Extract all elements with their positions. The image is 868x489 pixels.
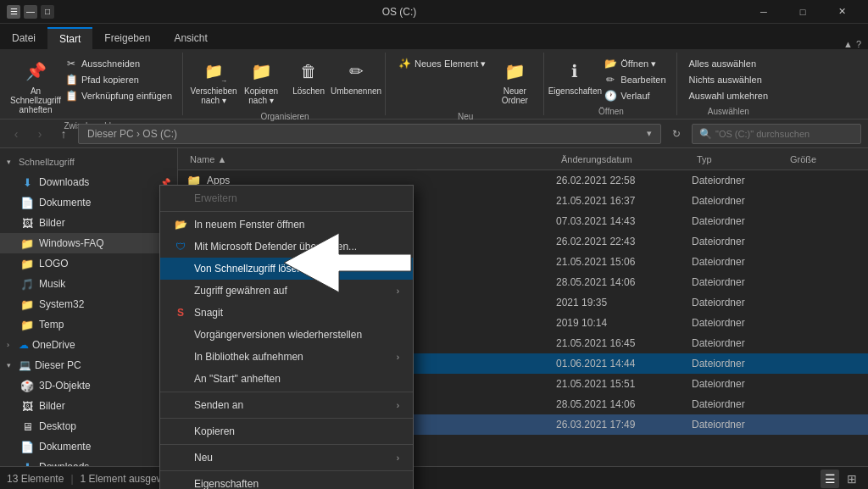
maximize-button[interactable]: □ (783, 0, 822, 24)
up-button[interactable]: ↑ (54, 125, 73, 143)
sidebar-dokumente2-label: Dokumente (39, 441, 91, 453)
organisieren-label: Organisieren (260, 108, 309, 121)
file-date-windowsfaq: 01.06.2021 14:44 (556, 358, 692, 370)
copy-to-button[interactable]: 📁 Kopieren nach ▾ (239, 54, 283, 108)
ctx-item-zugriff[interactable]: Zugriff gewähren auf › (160, 280, 413, 302)
sidebar-temp-label: Temp (39, 319, 64, 331)
sidebar-item-temp[interactable]: 📁 Temp (0, 314, 177, 335)
file-type-intel: Dateiordner (692, 236, 785, 247)
sidebar-item-downloads[interactable]: ⬇ Downloads 📌 (0, 172, 177, 192)
properties-button[interactable]: ℹ Eigenschaften (553, 54, 597, 103)
copy-to-icon: 📁 (248, 58, 275, 85)
tab-ansicht[interactable]: Ansicht (162, 27, 219, 49)
open-dropdown-button[interactable]: 📂 Öffnen ▾ (600, 56, 669, 71)
clipboard-sm-buttons: ✂ Ausschneiden 📋 Pfad kopieren 📋 Verknüp… (61, 54, 175, 103)
sidebar-item-dokumente2[interactable]: 📄 Dokumente (0, 436, 177, 457)
ctx-item-defender[interactable]: 🛡 Mit Microsoft Defender überprüfen... (160, 236, 413, 258)
refresh-button[interactable]: ↻ (666, 124, 687, 144)
ctx-item-snagit[interactable]: S Snagit (160, 302, 413, 324)
ribbon-collapse-btn[interactable]: ▲ (843, 39, 853, 49)
sidebar-item-dokumente[interactable]: 📄 Dokumente 📌 (0, 192, 177, 213)
ctx-separator-4 (160, 444, 413, 445)
edit-button[interactable]: ✏ Bearbeiten (600, 72, 669, 87)
ctx-separator-2 (160, 392, 413, 392)
pin-to-quickaccess-button[interactable]: 📌 An Schnellzugriff anheften (14, 54, 58, 118)
neu-label: Neu (458, 108, 473, 121)
file-date-windows: 21.05.2021 16:45 (556, 337, 692, 349)
sidebar-musik-label: Musik (39, 278, 65, 290)
copy-path-button[interactable]: 📋 Pfad kopieren (61, 72, 175, 87)
ctx-item-vorgaenger[interactable]: Vorgängerversionen wiederherstellen (160, 324, 413, 346)
bilder2-icon: 🖼 (20, 399, 34, 413)
ctx-item-eigenschaften[interactable]: Eigenschaften (160, 473, 413, 489)
neu-sm-buttons: ✨ Neues Element ▾ (394, 54, 489, 71)
select-all-button[interactable]: Alles auswählen (686, 56, 772, 71)
sidebar-item-downloads2[interactable]: ⬇ Downloads (0, 457, 177, 466)
col-header-size[interactable]: Größe (785, 153, 861, 166)
window-controls: ─ □ ✕ (744, 0, 861, 24)
sidebar-item-3dobjects[interactable]: 🎲 3D-Objekte (0, 375, 177, 396)
ctx-icon-kopieren (174, 425, 187, 438)
move-to-button[interactable]: 📁 → Verschieben nach ▾ (192, 54, 236, 108)
close-button[interactable]: ✕ (822, 0, 861, 24)
ctx-item-sendento[interactable]: Senden an › (160, 394, 413, 416)
new-folder-button[interactable]: 📁 Neuer Ordner (492, 54, 537, 108)
onedrive-header[interactable]: › ☁ OneDrive (0, 335, 177, 355)
detail-view-button[interactable]: ☰ (821, 470, 839, 488)
cut-button[interactable]: ✂ Ausschneiden (61, 56, 175, 71)
ctx-arrow-bibliothek: › (397, 353, 399, 362)
sidebar-item-bilder[interactable]: 🖼 Bilder 📌 (0, 213, 177, 233)
ctx-item-remove-quickaccess[interactable]: Von Schnellzugriff lösen (160, 258, 413, 280)
file-date-logo: 28.05.2021 14:06 (556, 398, 692, 410)
sidebar-desktop-label: Desktop (39, 420, 76, 432)
search-input[interactable] (715, 129, 854, 139)
file-type-windowsold: Dateiordner (692, 378, 785, 390)
ribbon-group-neu: ✨ Neues Element ▾ 📁 Neuer Ordner Neu (387, 53, 544, 115)
new-item-button[interactable]: ✨ Neues Element ▾ (394, 56, 489, 71)
forward-button[interactable]: › (31, 125, 49, 143)
ctx-label-snagit: Snagit (194, 307, 399, 319)
ctx-item-neu[interactable]: Neu › (160, 447, 413, 469)
quick-access-header[interactable]: ▾ Schnellzugriff (0, 152, 177, 172)
ribbon-group-content-oeffnen: ℹ Eigenschaften 📂 Öffnen ▾ ✏ Bearbeiten … (553, 54, 669, 103)
col-header-date[interactable]: Änderungsdatum (556, 153, 692, 166)
ctx-icon-anheften (174, 372, 187, 386)
tab-start[interactable]: Start (47, 27, 92, 49)
tab-datei[interactable]: Datei (0, 27, 47, 49)
dieser-pc-header[interactable]: ▾ 💻 Dieser PC (0, 355, 177, 375)
minimize-button[interactable]: ─ (744, 0, 783, 24)
ctx-separator-5 (160, 470, 413, 471)
select-none-button[interactable]: Nichts auswählen (686, 72, 772, 87)
sidebar-item-logo[interactable]: 📁 LOGO (0, 253, 177, 274)
address-path[interactable]: Dieser PC › OS (C:) ▾ (78, 124, 661, 144)
back-button[interactable]: ‹ (7, 125, 25, 143)
ctx-label-kopieren: Kopieren (194, 425, 399, 437)
sidebar-item-bilder2[interactable]: 🖼 Bilder (0, 396, 177, 416)
ctx-item-erweitern[interactable]: Erweitern (160, 187, 413, 209)
ctx-item-anheften[interactable]: An "Start" anheften (160, 368, 413, 390)
sidebar-item-musik[interactable]: 🎵 Musik (0, 274, 177, 294)
rename-button[interactable]: ✏ Umbenennen (334, 54, 378, 103)
tab-freigeben[interactable]: Freigeben (92, 27, 162, 49)
delete-button[interactable]: 🗑 Löschen (287, 54, 331, 103)
sidebar-item-windowsfaq[interactable]: 📁 Windows-FAQ (0, 233, 177, 253)
ribbon-help-btn[interactable]: ? (856, 39, 861, 49)
sidebar-item-system32[interactable]: 📁 System32 (0, 294, 177, 314)
trash-icon: 🗑 (295, 58, 322, 85)
invert-selection-button[interactable]: Auswahl umkehren (686, 88, 772, 103)
col-header-type[interactable]: Typ (692, 153, 785, 166)
temp-icon: 📁 (20, 318, 34, 331)
col-header-name[interactable]: Name ▲ (185, 153, 556, 166)
sidebar-item-desktop[interactable]: 🖥 Desktop (0, 416, 177, 436)
ctx-item-kopieren[interactable]: Kopieren (160, 420, 413, 442)
paste-shortcut-button[interactable]: 📋 Verknüpfung einfügen (61, 88, 175, 103)
ctx-item-bibliothek[interactable]: In Bibliothek aufnehmen › (160, 346, 413, 368)
item-count: 13 Elemente (7, 473, 64, 485)
file-type-programme86: Dateiordner (692, 297, 785, 308)
ribbon-group-content-org: 📁 → Verschieben nach ▾ 📁 Kopieren nach ▾… (192, 54, 378, 108)
large-icon-view-button[interactable]: ⊞ (843, 470, 861, 488)
ctx-item-newwindow[interactable]: 📂 In neuem Fenster öffnen (160, 214, 413, 236)
ctx-label-bibliothek: In Bibliothek aufnehmen (194, 351, 390, 363)
title-bar: ☰ — □ OS (C:) ─ □ ✕ (0, 0, 868, 24)
history-button[interactable]: 🕐 Verlauf (600, 88, 669, 103)
